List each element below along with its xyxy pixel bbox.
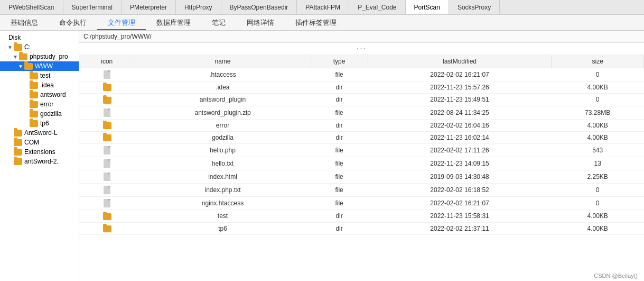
file-icon-cell [79,170,135,184]
file-type: dir [311,119,368,131]
file-name[interactable]: index.php.txt [135,184,311,197]
table-row[interactable]: godzilladir2022-11-23 16:02:144.00KB [79,131,644,143]
table-row[interactable]: antsword_plugindir2022-11-23 15:49:510 [79,94,644,106]
file-size: 0 [552,94,644,106]
file-last-modified: 2022-11-23 16:02:14 [368,131,552,143]
file-name[interactable]: error [135,119,311,131]
table-row[interactable]: hello.txtfile2022-11-23 14:09:1513 [79,157,644,170]
folder-icon [30,120,38,127]
top-tab-socksproxy[interactable]: SocksProxy [449,0,500,14]
table-row[interactable]: tp6dir2022-02-02 21:37:114.00KB [79,222,644,234]
file-name[interactable]: index.html [135,170,311,184]
toolbar-dots[interactable]: ··· [79,43,644,55]
file-name[interactable]: tp6 [135,222,311,234]
top-tab-pattackfpm[interactable]: PAttackFPM [297,0,349,14]
file-size: 2.25KB [552,170,644,184]
tree-item-label: Extensions [24,148,55,156]
file-name[interactable]: .htaccess [135,68,311,81]
tree-item-antSword2[interactable]: antSword-2. [0,157,79,166]
top-tab-superterminal[interactable]: SuperTerminal [63,0,122,14]
file-size: 0 [552,197,644,210]
tree-item-error[interactable]: error [0,99,79,109]
table-row[interactable]: .htaccessfile2022-02-02 16:21:070 [79,68,644,81]
top-tab-pmeterpreter[interactable]: PMeterpreter [122,0,176,14]
table-row[interactable]: antsword_plugin.zipfile2022-08-24 11:34:… [79,106,644,119]
file-type: dir [311,131,368,143]
col-header-icon[interactable]: icon [79,55,135,68]
tree-item-godzilla[interactable]: godzilla [0,109,79,119]
file-icon-cell [79,197,135,210]
table-row[interactable]: nginx.htaccessfile2022-02-02 16:21:070 [79,197,644,210]
file-name[interactable]: godzilla [135,131,311,143]
tree-item-COM[interactable]: COM [0,138,79,147]
tree-item-tp6[interactable]: tp6 [0,119,79,128]
tree-item-label: COM [24,139,39,146]
file-type: dir [311,222,368,234]
col-header-type[interactable]: type [311,55,368,68]
sub-tab-命令执行[interactable]: 命令执行 [49,15,97,30]
folder-icon [103,97,111,104]
col-header-name[interactable]: name [135,55,311,68]
top-tab-portscan[interactable]: PortScan [406,0,449,14]
file-last-modified: 2022-11-23 15:49:51 [368,94,552,106]
file-icon [104,173,110,181]
tree-item-AntSwordL[interactable]: AntSword-L [0,128,79,138]
file-name[interactable]: .idea [135,81,311,94]
sidebar-tree: Disk▼C:▼phpstudy_pro▼WWWtest.ideaantswor… [0,31,79,281]
top-tab-httpproxy[interactable]: HttpProxy [176,0,221,14]
top-tab-bypassopenbasedir[interactable]: ByPassOpenBasedir [221,0,297,14]
file-name[interactable]: hello.txt [135,157,311,170]
file-name[interactable]: test [135,210,311,222]
table-row[interactable]: .ideadir2022-11-23 15:57:264.00KB [79,81,644,94]
file-size: 4.00KB [552,222,644,234]
path-bar: C:/phpstudy_pro/WWW/ [79,31,644,43]
top-tab-bar: PWebShellScanSuperTerminalPMeterpreterHt… [0,0,644,15]
tree-item-phpstudypro[interactable]: ▼phpstudy_pro [0,52,79,61]
file-icon-cell [79,222,135,234]
file-icon [104,146,110,155]
folder-icon [19,53,27,60]
file-name[interactable]: antsword_plugin [135,94,311,106]
file-size: 0 [552,68,644,81]
file-last-modified: 2022-02-02 21:37:11 [368,222,552,234]
tree-item-antsword[interactable]: antsword [0,90,79,99]
col-header-size[interactable]: size [552,55,644,68]
col-header-lastModified[interactable]: lastModified [368,55,552,68]
table-row[interactable]: testdir2022-11-23 15:58:314.00KB [79,210,644,222]
file-name[interactable]: hello.php [135,144,311,157]
folder-icon [24,63,33,70]
file-icon-cell [79,106,135,119]
folder-icon [30,72,38,79]
file-size: 73.28MB [552,106,644,119]
sub-tab-文件管理[interactable]: 文件管理 [97,15,146,30]
file-last-modified: 2022-02-02 17:11:26 [368,144,552,157]
table-row[interactable]: index.htmlfile2019-09-03 14:30:482.25KB [79,170,644,184]
sub-tab-网络详情[interactable]: 网络详情 [236,15,285,30]
tree-item-test[interactable]: test [0,71,79,80]
table-row[interactable]: index.php.txtfile2022-02-02 16:18:520 [79,184,644,197]
file-type: file [311,106,368,119]
top-tab-p_eval_code[interactable]: P_Eval_Code [349,0,405,14]
file-name[interactable]: antsword_plugin.zip [135,106,311,119]
tree-item-WWW[interactable]: ▼WWW [0,61,79,71]
sub-tab-数据库管理[interactable]: 数据库管理 [146,15,201,30]
tree-item-C[interactable]: ▼C: [0,42,79,52]
tree-item-Extensions[interactable]: Extensions [0,147,79,157]
sub-tab-基础信息[interactable]: 基础信息 [0,15,49,30]
sub-tab-插件标签管理[interactable]: 插件标签管理 [285,15,347,30]
file-icon [104,108,110,117]
tree-item-Disk[interactable]: Disk [0,33,79,42]
sub-tab-笔记[interactable]: 笔记 [201,15,236,30]
file-size: 4.00KB [552,119,644,131]
folder-icon [14,158,22,165]
folder-icon [103,122,111,129]
tree-item-idea[interactable]: .idea [0,80,79,90]
file-name[interactable]: nginx.htaccess [135,197,311,210]
file-icon [104,70,110,79]
file-last-modified: 2022-02-02 16:18:52 [368,184,552,197]
folder-icon [30,101,38,108]
table-row[interactable]: errordir2022-02-02 16:04:164.00KB [79,119,644,131]
table-row[interactable]: hello.phpfile2022-02-02 17:11:26543 [79,144,644,157]
top-tab-pwebshellscan[interactable]: PWebShellScan [0,0,63,14]
folder-icon [30,111,38,117]
